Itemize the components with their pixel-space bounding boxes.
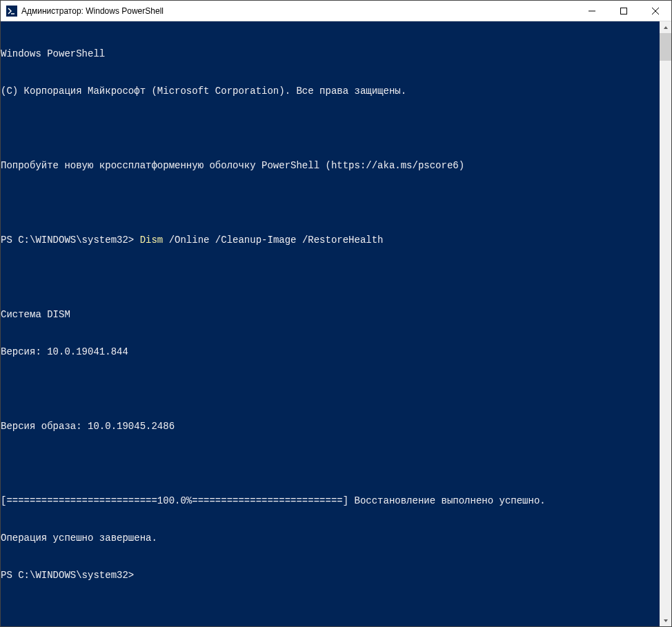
output-line: Cистема DISM (1, 308, 660, 321)
powershell-icon (6, 6, 17, 17)
output-line: Версия: 10.0.19041.844 (1, 346, 660, 358)
close-button[interactable] (640, 1, 671, 21)
minimize-button[interactable] (576, 1, 608, 21)
prompt: PS C:\WINDOWS\system32> (1, 235, 140, 246)
svg-rect-3 (621, 8, 627, 14)
prompt-line: PS C:\WINDOWS\system32> (1, 569, 660, 581)
scroll-track[interactable] (660, 33, 671, 615)
window-title: Администратор: Windows PowerShell (21, 6, 576, 16)
scroll-up-button[interactable] (660, 21, 671, 33)
command-line: PS C:\WINDOWS\system32> Dism /Online /Cl… (1, 234, 660, 246)
output-line (1, 457, 660, 470)
command-args: /Online /Cleanup-Image /RestoreHealth (163, 235, 383, 246)
terminal-area: Windows PowerShell (C) Корпорация Майкро… (1, 21, 671, 626)
output-line (1, 122, 660, 135)
output-line: Windows PowerShell (1, 48, 660, 60)
output-line (1, 197, 660, 209)
scroll-down-button[interactable] (660, 615, 671, 626)
titlebar[interactable]: Администратор: Windows PowerShell (1, 1, 671, 21)
output-line: Операция успешно завершена. (1, 532, 660, 544)
output-line (1, 383, 660, 395)
terminal-output[interactable]: Windows PowerShell (C) Корпорация Майкро… (1, 21, 660, 626)
progress-line: [==========================100.0%=======… (1, 495, 660, 507)
command-name: Dism (140, 235, 164, 246)
scroll-thumb[interactable] (660, 33, 671, 61)
vertical-scrollbar[interactable] (660, 21, 671, 626)
output-line: (C) Корпорация Майкрософт (Microsoft Cor… (1, 85, 660, 97)
powershell-window: Администратор: Windows PowerShell Window… (0, 0, 672, 627)
output-line (1, 271, 660, 283)
output-line: Версия образа: 10.0.19045.2486 (1, 420, 660, 432)
window-controls (576, 1, 671, 21)
output-line: Попробуйте новую кроссплатформенную обол… (1, 159, 660, 172)
maximize-button[interactable] (608, 1, 640, 21)
